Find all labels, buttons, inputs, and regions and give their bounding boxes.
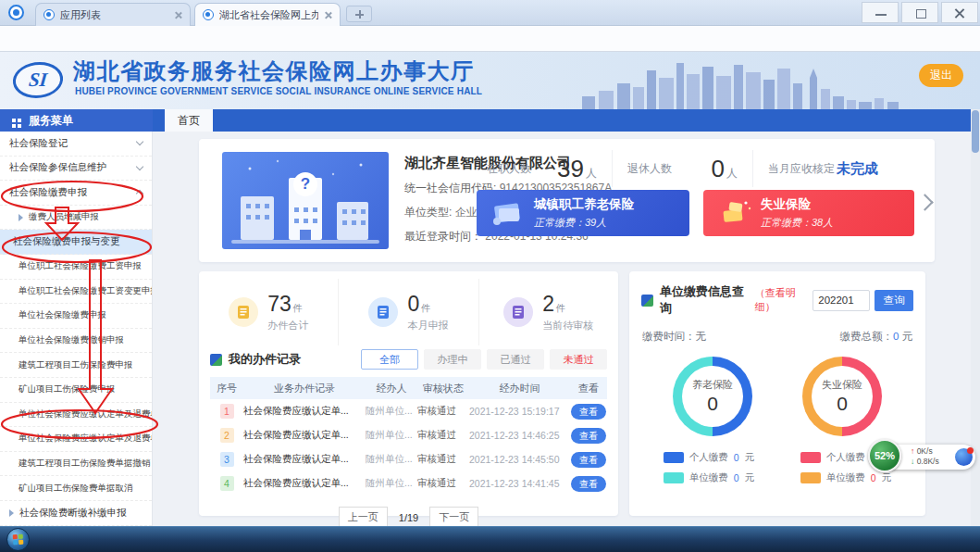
company-card: ? 湖北齐星智能股份有限公司 统一社会信用代码: 914213003523518… [199, 139, 935, 262]
carousel-next-icon[interactable] [916, 194, 933, 210]
screen: 应用列表 湖北省社会保险网上办.. ← → ↻ ⌂ ≡ [0, 0, 980, 552]
browser-logo-icon[interactable] [8, 5, 24, 20]
logout-button[interactable]: 退出 [919, 64, 963, 87]
tab-home[interactable]: 首页 [165, 109, 213, 132]
query-button[interactable]: 查询 [875, 290, 913, 311]
sidebar: 社会保险登记 社会保险参保信息维护 社会保险缴费申报 缴费人员增减申报 社会保险… [0, 132, 153, 526]
browser-address-bar: ← → ↻ ⌂ ≡ [0, 26, 980, 52]
site-subtitle: HUBEI PROVINCE GOVERNMENT SERVICE SOCIAL… [75, 86, 482, 96]
menu-grid-icon [12, 119, 16, 122]
network-rates: ↑ 0K/s ↓ 0.8K/s [911, 446, 939, 467]
view-button[interactable]: 查看 [571, 452, 606, 468]
sidebar-item-due-notice-refund-2[interactable]: 单位社会保险费应缴认定单及退费单.. [0, 427, 152, 452]
records-title-row: 我的办件记录 全部 办理中 已通过 未通过 [199, 349, 618, 370]
stat-month-check: 当月应收核定 未完成 [752, 150, 893, 187]
assistant-ball-icon[interactable] [955, 448, 973, 466]
row-number-badge: 2 [220, 428, 234, 443]
scrollbar-thumb[interactable] [972, 110, 979, 153]
document-icon [229, 297, 258, 327]
payment-query-card: 单位缴费信息查询 （查看明细） 查询 缴费时间：无 缴费总额：0 元 养老保险 … [629, 271, 925, 516]
records-table: 序号 业务办件记录 经办人 审核状态 经办时间 查看 1 社会保险费应缴认定单.… [210, 377, 607, 496]
download-arrow-icon: ↓ [911, 457, 914, 466]
sidebar-item-mine-doc-cancel[interactable]: 矿山项目工伤保险费单据取消 [0, 476, 152, 501]
sidebar-item-salary-declare[interactable]: 单位职工社会保险缴费工资申报 [0, 255, 152, 280]
table-row: 1 社会保险费应缴认定单... 随州单位... 审核通过 2021-12-23 … [210, 399, 607, 423]
counter-total: 73件 办件合计 [199, 279, 339, 345]
view-button[interactable]: 查看 [571, 476, 606, 492]
sidebar-item-staff-change[interactable]: 缴费人员增减申报 [0, 206, 152, 231]
sidebar-item-mine-declare[interactable]: 矿山项目工伤保险费申报 [0, 378, 152, 403]
donut-charts: 养老保险 0 失业保险 0 [629, 357, 925, 436]
sidebar-item-unit-cancel[interactable]: 单位社会保险缴费撤销申报 [0, 329, 152, 354]
new-tab-button[interactable] [346, 6, 372, 22]
next-page-button[interactable]: 下一页 [429, 507, 478, 528]
sidebar-item-salary-change[interactable]: 单位职工社会保险缴费工资变更申报 [0, 280, 152, 305]
pension-folder-icon [490, 197, 527, 229]
document-icon [368, 297, 398, 327]
row-number-badge: 4 [220, 476, 234, 491]
sidebar-menu-header: 服务菜单 [0, 109, 153, 132]
legend-swatch [800, 472, 821, 483]
sidebar-item-due-notice-refund-1[interactable]: 单位社会保险费应缴认定单及退费单.. [0, 403, 152, 428]
payment-time: 缴费时间：无 [642, 330, 706, 344]
speed-monitor-widget[interactable]: 52% ↑ 0K/s ↓ 0.8K/s [868, 439, 977, 476]
company-illustration: ? [222, 152, 389, 249]
query-title: 单位缴费信息查询 [660, 283, 751, 317]
sidebar-item-unit-declare[interactable]: 单位社会保险缴费申报 [0, 304, 152, 329]
counter-pending: 2件 当前待审核 [479, 279, 618, 345]
view-button[interactable]: 查看 [571, 428, 606, 444]
browser-tab-strip: 应用列表 湖北省社会保险网上办.. [0, 0, 980, 26]
tab-close-icon[interactable] [324, 11, 332, 19]
window-minimize-button[interactable] [862, 2, 899, 23]
view-button[interactable]: 查看 [571, 404, 606, 420]
records-card: 73件 办件合计 0件 本月申报 2件 当前待审核 我的办件记录 [199, 271, 618, 516]
sidebar-item-construction-doc-cancel[interactable]: 建筑工程项目工伤保险费单据撤销 [0, 452, 152, 477]
taskbar: e ▲ 10:25 2022-1-13 [0, 526, 980, 552]
window-close-button[interactable] [941, 2, 978, 23]
sidebar-item-supplement-declare[interactable]: 社会保险费断缴补缴申报 [0, 501, 152, 526]
query-title-row: 单位缴费信息查询 （查看明细） 查询 [629, 283, 925, 317]
browser-tab-social-insurance[interactable]: 湖北省社会保险网上办.. [194, 3, 341, 26]
period-input[interactable] [813, 290, 870, 311]
payment-total: 缴费总额：0 元 [839, 330, 912, 344]
counters-row: 73件 办件合计 0件 本月申报 2件 当前待审核 [199, 279, 618, 345]
filter-passed[interactable]: 已通过 [487, 349, 544, 370]
tab-close-icon[interactable] [174, 11, 182, 19]
legend-swatch [800, 452, 821, 463]
query-info-row: 缴费时间：无 缴费总额：0 元 [629, 330, 925, 344]
legend-swatch [664, 472, 684, 483]
memory-percent-ball[interactable]: 52% [868, 439, 901, 472]
row-number-badge: 1 [220, 404, 234, 419]
window-maximize-button[interactable] [901, 2, 938, 23]
filter-processing[interactable]: 办理中 [424, 349, 481, 370]
filter-all[interactable]: 全部 [361, 349, 418, 370]
browser-tab-app-list[interactable]: 应用列表 [35, 3, 191, 26]
records-title: 我的办件记录 [229, 351, 301, 368]
sidebar-item-payment-declare[interactable]: 社会保险缴费申报 [0, 181, 152, 206]
pension-legend: 个人缴费 0 元 单位缴费 0 元 [664, 451, 754, 492]
site-logo: SI [11, 62, 65, 98]
pension-insurance-card[interactable]: 城镇职工养老保险 正常缴费：39人 [477, 190, 689, 236]
sidebar-item-registration[interactable]: 社会保险登记 [0, 132, 152, 157]
triangle-icon [9, 509, 14, 517]
sidebar-menu-title: 服务菜单 [29, 113, 73, 129]
sidebar-item-declare-change[interactable]: 社会保险缴费申报与变更 [0, 230, 152, 255]
view-detail-link[interactable]: （查看明细） [755, 286, 813, 314]
document-icon [503, 297, 533, 327]
sidebar-item-construction-declare[interactable]: 建筑工程项目工伤保险费申报 [0, 353, 152, 378]
stat-retired: 退休人数 0人 [612, 150, 752, 187]
upload-arrow-icon: ↑ [911, 446, 914, 456]
unemployment-box-icon [716, 197, 753, 229]
unemployment-insurance-card[interactable]: 失业保险 正常缴费：38人 [703, 190, 914, 236]
sidebar-item-info-maintain[interactable]: 社会保险参保信息维护 [0, 157, 152, 182]
table-row: 3 社会保险费应缴认定单... 随州单位... 审核通过 2021-12-23 … [210, 447, 607, 471]
legend-swatch [664, 452, 684, 463]
prev-page-button[interactable]: 上一页 [339, 507, 388, 528]
chevron-down-icon [136, 138, 143, 145]
chevron-down-icon [136, 163, 143, 170]
table-row: 2 社会保险费应缴认定单... 随州单位... 审核通过 2021-12-23 … [210, 423, 607, 447]
filter-rejected[interactable]: 未通过 [550, 349, 607, 370]
start-button[interactable] [6, 528, 30, 551]
records-filters: 全部 办理中 已通过 未通过 [361, 349, 607, 370]
section-icon [210, 354, 222, 366]
